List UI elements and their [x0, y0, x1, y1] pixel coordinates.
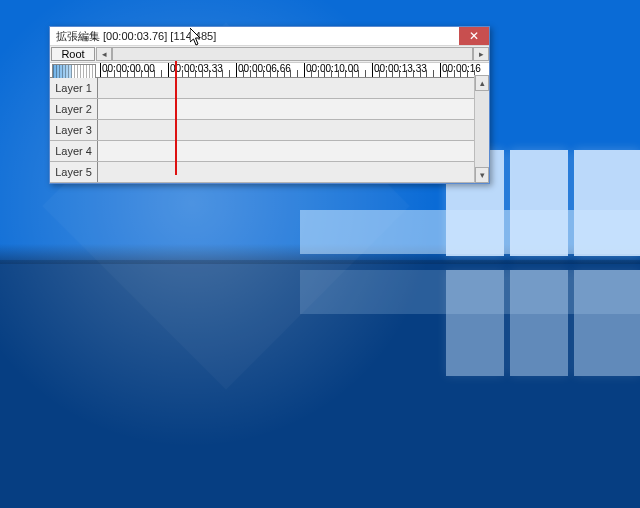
- ruler-tick-minor: [209, 70, 210, 77]
- ruler-tick-minor: [413, 70, 414, 77]
- ruler-tick-minor: [392, 70, 393, 77]
- track-row: Layer 5: [50, 162, 489, 183]
- track-label[interactable]: Layer 5: [50, 162, 98, 182]
- close-icon: ✕: [469, 30, 479, 42]
- ruler-tick-minor: [127, 70, 128, 77]
- vscroll-up-button[interactable]: ▴: [475, 75, 489, 91]
- track-lane[interactable]: [98, 99, 489, 119]
- ruler-tick-minor: [107, 70, 108, 77]
- ruler-tick-minor: [460, 70, 461, 77]
- ruler-tick-major: [440, 63, 441, 77]
- ruler-tick-minor: [290, 70, 291, 77]
- track-lane[interactable]: [98, 120, 489, 140]
- ruler-tick-minor: [202, 70, 203, 77]
- hscroll-right-button[interactable]: ▸: [473, 47, 489, 61]
- ruler-tick-minor: [141, 70, 142, 77]
- track-label[interactable]: Layer 3: [50, 120, 98, 140]
- ruler-tick-minor: [426, 70, 427, 77]
- ruler-tick-minor: [250, 70, 251, 77]
- ruler-tick-minor: [216, 70, 217, 77]
- track-lane[interactable]: [98, 78, 489, 98]
- root-button-label: Root: [61, 48, 84, 60]
- ruler-tick-minor: [324, 70, 325, 77]
- ruler-tick-minor: [358, 70, 359, 77]
- playhead[interactable]: [175, 61, 177, 175]
- ruler-tick-minor: [420, 70, 421, 77]
- timeline-editor-window: 拡張編集 [00:00:03.76] [114/485] ✕ Root ◂ ▸ …: [49, 26, 490, 184]
- ruler-tick-minor: [114, 70, 115, 77]
- chevron-left-icon: ◂: [102, 49, 107, 59]
- ruler-tick-minor: [297, 70, 298, 77]
- chevron-right-icon: ▸: [479, 49, 484, 59]
- vscroll[interactable]: ▴ ▾: [474, 75, 489, 183]
- ruler-tick-minor: [161, 70, 162, 77]
- ruler-tick-minor: [352, 70, 353, 77]
- ruler-tick-minor: [467, 70, 468, 77]
- chevron-up-icon: ▴: [480, 78, 485, 88]
- track-lane[interactable]: [98, 162, 489, 182]
- ruler-tick-minor: [256, 70, 257, 77]
- ruler-tick-minor: [148, 70, 149, 77]
- ruler-tick-major: [304, 63, 305, 77]
- ruler-tick-major: [236, 63, 237, 77]
- hscroll-track[interactable]: [112, 47, 473, 61]
- ruler-tick-minor: [406, 70, 407, 77]
- ruler-tick-minor: [188, 70, 189, 77]
- root-button[interactable]: Root: [51, 47, 95, 61]
- ruler-tick-minor: [345, 70, 346, 77]
- ruler-tick-minor: [454, 70, 455, 77]
- toolbar: Root ◂ ▸: [50, 46, 489, 63]
- close-button[interactable]: ✕: [459, 27, 489, 45]
- ruler-tick-major: [100, 63, 101, 77]
- ruler-tick-minor: [243, 70, 244, 77]
- track-row: Layer 1: [50, 78, 489, 99]
- ruler-tick-minor: [399, 70, 400, 77]
- track-label[interactable]: Layer 1: [50, 78, 98, 98]
- track-row: Layer 4: [50, 141, 489, 162]
- track-lane[interactable]: [98, 141, 489, 161]
- time-ruler[interactable]: 00:00:00.0000:00:03.3300:00:06.6600:00:1…: [98, 63, 489, 77]
- desktop-wallpaper: 拡張編集 [00:00:03.76] [114/485] ✕ Root ◂ ▸ …: [0, 0, 640, 508]
- ruler-tick-minor: [270, 70, 271, 77]
- vscroll-down-button[interactable]: ▾: [475, 167, 489, 183]
- ruler-tick-minor: [154, 70, 155, 77]
- time-ruler-row: 00:00:00.0000:00:03.3300:00:06.6600:00:1…: [50, 63, 489, 78]
- ruler-tick-minor: [311, 70, 312, 77]
- ruler-tick-minor: [365, 70, 366, 77]
- ruler-tick-minor: [120, 70, 121, 77]
- ruler-tick-major: [372, 63, 373, 77]
- ruler-tick-minor: [182, 70, 183, 77]
- ruler-tick-minor: [134, 70, 135, 77]
- ruler-tick-minor: [222, 70, 223, 77]
- ruler-tick-minor: [277, 70, 278, 77]
- track-row: Layer 3: [50, 120, 489, 141]
- ruler-tick-minor: [331, 70, 332, 77]
- ruler-tick-minor: [229, 70, 230, 77]
- ruler-tick-minor: [447, 70, 448, 77]
- ruler-tick-minor: [263, 70, 264, 77]
- ruler-tick-label: 00:00:16: [442, 63, 481, 74]
- ruler-tick-minor: [433, 70, 434, 77]
- track-label[interactable]: Layer 2: [50, 99, 98, 119]
- ruler-tick-minor: [318, 70, 319, 77]
- ruler-tick-minor: [195, 70, 196, 77]
- chevron-down-icon: ▾: [480, 170, 485, 180]
- vscroll-track[interactable]: [475, 91, 489, 167]
- ruler-tick-minor: [338, 70, 339, 77]
- track-row: Layer 2: [50, 99, 489, 120]
- window-title: 拡張編集 [00:00:03.76] [114/485]: [50, 29, 216, 44]
- ruler-tick-minor: [379, 70, 380, 77]
- tracks-area: Layer 1Layer 2Layer 3Layer 4Layer 5: [50, 78, 489, 183]
- ruler-tick-minor: [284, 70, 285, 77]
- titlebar[interactable]: 拡張編集 [00:00:03.76] [114/485] ✕: [50, 27, 489, 46]
- track-label[interactable]: Layer 4: [50, 141, 98, 161]
- ruler-tick-major: [168, 63, 169, 77]
- ruler-tick-minor: [386, 70, 387, 77]
- hscroll-left-button[interactable]: ◂: [96, 47, 112, 61]
